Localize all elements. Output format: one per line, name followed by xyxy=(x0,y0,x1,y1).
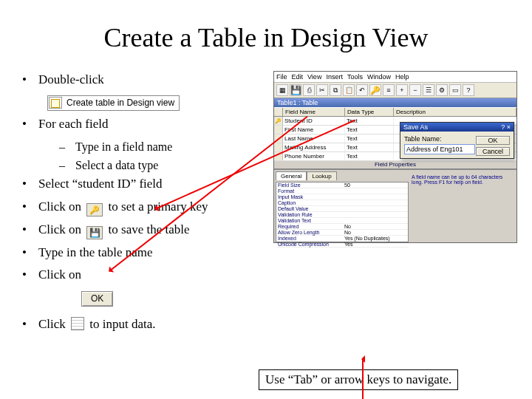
col-field-name: Field Name xyxy=(283,108,345,116)
list-item: • Click on to save the table xyxy=(22,221,273,239)
property-row[interactable]: RequiredNo xyxy=(276,224,408,230)
toolbar-help-icon[interactable]: ? xyxy=(463,84,474,96)
toolbar-properties-icon[interactable]: ☰ xyxy=(423,84,434,96)
tab-lookup[interactable]: Lookup xyxy=(307,171,336,180)
menu-tools[interactable]: Tools xyxy=(347,73,363,81)
save-icon[interactable] xyxy=(86,226,103,239)
toolbar-primarykey-icon[interactable] xyxy=(369,84,381,96)
design-grid-header: Field Name Data Type Description xyxy=(274,107,516,117)
dialog-help-icon[interactable]: ? xyxy=(501,123,505,131)
shortcut-label: Create table in Design view xyxy=(66,97,174,109)
property-row[interactable]: Format xyxy=(276,188,408,194)
table-name-input[interactable] xyxy=(404,144,475,154)
saveas-ok-button[interactable]: OK xyxy=(476,136,510,145)
menu-window[interactable]: Window xyxy=(367,73,391,81)
property-row[interactable]: Caption xyxy=(276,200,408,206)
property-row[interactable]: Unicode CompressionYes xyxy=(276,242,408,248)
toolbar-view-icon[interactable]: ▦ xyxy=(276,84,288,96)
tab-general[interactable]: General xyxy=(276,171,307,180)
toolbar: ▦ ⎙ ✂ ⧉ 📋 ↶ ≡ + − ☰ ⚙ ▭ ? xyxy=(274,83,516,98)
toolbar-cut-icon[interactable]: ✂ xyxy=(316,84,328,96)
toolbar-save-icon[interactable] xyxy=(290,84,301,96)
toolbar-copy-icon[interactable]: ⧉ xyxy=(330,84,341,96)
menu-edit[interactable]: Edit xyxy=(292,73,304,81)
field-properties-pane: General Lookup Field Size50FormatInput M… xyxy=(274,168,516,242)
table-window-title: Table1 : Table xyxy=(274,98,516,107)
toolbar-insertrow-icon[interactable]: + xyxy=(396,84,408,96)
menu-view[interactable]: View xyxy=(307,73,321,81)
field-hint-text: A field name can be up to 64 characters … xyxy=(409,171,515,241)
saveas-cancel-button[interactable]: Cancel xyxy=(476,147,510,156)
list-item: •Type in the table name xyxy=(22,244,273,262)
footer-caption: Use “Tab” or arrow keys to navigate. xyxy=(259,369,458,390)
list-item: • Click to input data. xyxy=(22,316,273,334)
toolbar-indexes-icon[interactable]: ≡ xyxy=(383,84,395,96)
toolbar-undo-icon[interactable]: ↶ xyxy=(356,84,368,96)
toolbar-deleterow-icon[interactable]: − xyxy=(409,84,421,96)
list-item: • Click on to set a primary key xyxy=(22,198,273,216)
toolbar-database-icon[interactable]: ▭ xyxy=(449,84,461,96)
list-sub-item: –Type in a field name xyxy=(59,138,273,155)
list-item: •Click on xyxy=(22,266,273,284)
field-properties-list[interactable]: Field Size50FormatInput MaskCaptionDefau… xyxy=(276,182,409,242)
menu-insert[interactable]: Insert xyxy=(326,73,343,81)
property-row[interactable]: Validation Text xyxy=(276,218,408,224)
save-as-dialog: Save As ? × Table Name: OK Cancel xyxy=(400,122,514,159)
dialog-close-icon[interactable]: × xyxy=(507,123,511,131)
menu-bar[interactable]: File Edit View Insert Tools Window Help xyxy=(274,72,516,83)
design-view-icon xyxy=(49,97,62,109)
list-item: •Select “student ID” field xyxy=(22,175,273,194)
col-data-type: Data Type xyxy=(345,108,394,116)
list-item: •Double-click xyxy=(22,71,273,89)
bullet-list: •Double-click Create table in Design vie… xyxy=(22,71,273,338)
property-row[interactable]: Default Value xyxy=(276,206,408,212)
dialog-title: Save As xyxy=(403,123,428,131)
property-row[interactable]: Validation Rule xyxy=(276,212,408,218)
menu-file[interactable]: File xyxy=(276,73,287,81)
field-properties-title: Field Properties xyxy=(274,161,516,168)
property-row[interactable]: Field Size50 xyxy=(276,183,408,188)
property-row[interactable]: Input Mask xyxy=(276,194,408,200)
primary-key-icon[interactable] xyxy=(86,203,103,216)
property-row[interactable]: Allow Zero LengthNo xyxy=(276,230,408,236)
datasheet-view-icon[interactable] xyxy=(71,317,84,330)
create-table-shortcut[interactable]: Create table in Design view xyxy=(47,95,180,111)
slide-title: Create a Table in Design View xyxy=(0,22,532,53)
ok-button-inline[interactable]: OK xyxy=(81,291,113,307)
toolbar-paste-icon[interactable]: 📋 xyxy=(343,84,355,96)
toolbar-build-icon[interactable]: ⚙ xyxy=(436,84,448,96)
list-item: •For each field xyxy=(22,115,273,134)
col-description: Description xyxy=(394,108,516,116)
menu-help[interactable]: Help xyxy=(395,73,409,81)
toolbar-print-icon[interactable]: ⎙ xyxy=(303,84,315,96)
property-row[interactable]: IndexedYes (No Duplicates) xyxy=(276,236,408,242)
